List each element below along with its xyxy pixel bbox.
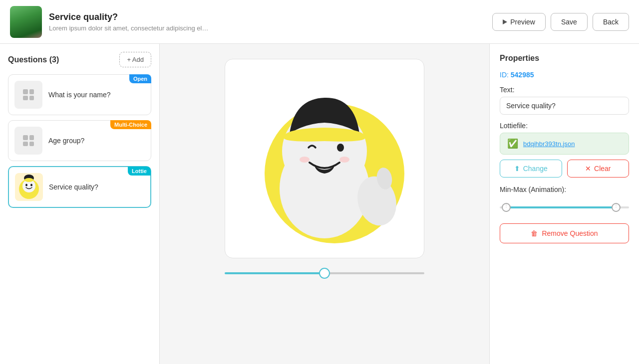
header-actions: Preview Save Back <box>492 13 629 31</box>
badge-open: Open <box>129 74 151 83</box>
sidebar-title: Questions (3) <box>8 55 59 64</box>
badge-lottie: Lottie <box>128 167 151 176</box>
question-label-1: What is your name? <box>48 91 111 99</box>
survey-thumbnail <box>10 6 42 38</box>
preview-button[interactable]: Preview <box>492 13 546 31</box>
prop-buttons: ⬆ Change ✕ Clear <box>500 160 629 178</box>
grid-icon-1 <box>23 89 34 100</box>
back-button[interactable]: Back <box>593 13 629 31</box>
survey-subtitle: Lorem ipsum dolor sit amet, consectetur … <box>49 24 209 32</box>
handle-dots-right: ⋮ <box>613 204 620 208</box>
svg-point-2 <box>25 184 27 186</box>
add-question-button[interactable]: + Add <box>119 52 151 67</box>
lottie-preview-box <box>225 59 424 258</box>
lottie-file-box: ✅ bdqihbr393tn.json <box>500 133 629 155</box>
upload-icon: ⬆ <box>514 165 520 173</box>
prop-id: ID: 542985 <box>500 71 629 79</box>
prop-lottie-label: Lottiefile: <box>500 122 629 130</box>
prop-text-input[interactable] <box>500 97 629 115</box>
header: Service quality? Lorem ipsum dolor sit a… <box>0 0 639 44</box>
badge-multichoice: Multi-Choice <box>110 120 151 129</box>
range-track: ⋮ ⋮ <box>500 206 629 208</box>
card-icon-2 <box>14 127 42 155</box>
svg-point-10 <box>300 157 310 163</box>
range-handle-max[interactable]: ⋮ <box>612 203 621 212</box>
prop-lottie-row: Lottiefile: ✅ bdqihbr393tn.json ⬆ Change… <box>500 122 629 178</box>
card-icon-3 <box>15 173 43 201</box>
svg-point-11 <box>339 157 349 163</box>
svg-point-5 <box>24 178 33 182</box>
play-icon <box>503 19 507 24</box>
handle-dots-left: ⋮ <box>503 204 510 208</box>
trash-icon: 🗑 <box>531 229 538 237</box>
check-icon: ✅ <box>507 138 518 149</box>
question-card-2[interactable]: Multi-Choice Age group? <box>8 120 151 161</box>
change-lottie-button[interactable]: ⬆ Change <box>500 160 562 178</box>
card-icon-1 <box>14 81 42 109</box>
grid-icon-2 <box>23 135 34 146</box>
clear-lottie-button[interactable]: ✕ Clear <box>567 160 630 178</box>
animation-slider[interactable] <box>225 272 424 274</box>
range-handle-min[interactable]: ⋮ <box>502 203 511 212</box>
sidebar: Questions (3) + Add Open What is your na… <box>0 44 160 364</box>
lottie-filename[interactable]: bdqihbr393tn.json <box>523 140 575 148</box>
svg-point-3 <box>30 184 32 186</box>
header-title-block: Service quality? Lorem ipsum dolor sit a… <box>49 12 209 32</box>
x-icon: ✕ <box>585 165 591 173</box>
remove-question-button[interactable]: 🗑 Remove Question <box>500 223 629 243</box>
question-card-1[interactable]: Open What is your name? <box>8 74 151 115</box>
range-slider-container: ⋮ ⋮ <box>500 198 629 216</box>
prop-text-row: Text: <box>500 86 629 115</box>
main-layout: Questions (3) + Add Open What is your na… <box>0 44 639 364</box>
prop-minmax-row: Min-Max (Animation): ⋮ ⋮ <box>500 185 629 216</box>
range-fill <box>506 206 616 208</box>
survey-title: Service quality? <box>49 12 209 22</box>
sidebar-header: Questions (3) + Add <box>8 52 151 67</box>
svg-point-9 <box>337 144 344 152</box>
question-label-3: Service quality? <box>49 183 98 191</box>
question-label-2: Age group? <box>48 137 84 145</box>
animation-slider-container <box>225 272 424 274</box>
minmax-label: Min-Max (Animation): <box>500 185 629 193</box>
properties-panel: Properties ID: 542985 Text: Lottiefile: … <box>489 44 639 364</box>
question-card-3[interactable]: Lottie Service quality? <box>8 166 151 208</box>
header-left: Service quality? Lorem ipsum dolor sit a… <box>10 6 209 38</box>
save-button[interactable]: Save <box>551 13 588 31</box>
canvas-area <box>160 44 489 364</box>
properties-title: Properties <box>500 54 629 63</box>
prop-text-label: Text: <box>500 86 629 94</box>
